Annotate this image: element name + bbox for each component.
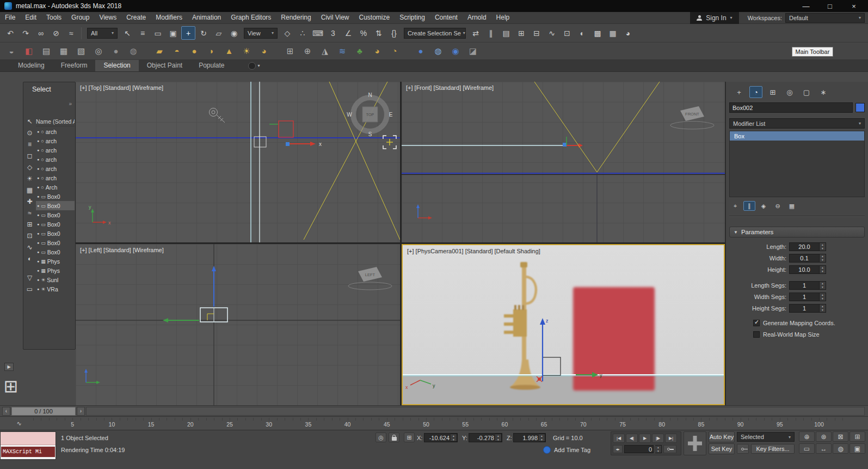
hierarchy-tab[interactable]: ⊞ [766,86,779,98]
mirror-icon[interactable]: ⇄ [469,26,483,40]
filter-shapes-icon[interactable]: ◇ [25,163,35,171]
wire-sphere-icon[interactable]: ◍ [125,45,141,58]
viewport-layout-button[interactable]: ⊞ [1,375,21,398]
scene-object-row[interactable]: ● ○ arch [36,164,75,173]
zoom-all-icon[interactable]: ⊛ [816,431,832,442]
parameter-value-field[interactable]: 0.1 [789,254,820,263]
remove-modifier-button[interactable]: ⊖ [772,201,784,211]
viewcube-compass[interactable]: TOP N E S W [347,92,392,137]
isolate-selection-toggle[interactable]: ◎ [375,433,386,442]
filter-geometry-icon[interactable]: ◻ [25,151,35,160]
named-table-icon[interactable]: ▤ [38,45,54,58]
filter-bones-icon[interactable]: ∿ [25,243,35,251]
redo-icon[interactable]: ↷ [19,26,33,40]
scene-object-row[interactable]: ● ☀ VRa [36,284,75,294]
object-name-field[interactable]: Box002 [729,102,853,113]
filter-materials-icon[interactable]: ◐ [25,254,35,263]
spinner-stepper[interactable]: ▴▾ [451,434,457,442]
sphere-add-icon[interactable]: ⊕ [299,45,316,58]
camera-ball-icon[interactable]: ◉ [447,45,464,58]
parameter-value-field[interactable]: 10.0 [789,265,820,274]
scene-object-row[interactable]: ● ☀ Sunl [36,275,75,284]
gold-ball-icon[interactable]: ◕ [256,45,272,58]
uvw-checker-icon[interactable]: ◧ [21,45,37,58]
camera-viewport-label[interactable]: [+] [PhysCamera001] [Standard] [Default … [407,248,540,254]
visibility-eye-icon[interactable]: ● [37,139,39,143]
motion-tab[interactable]: ◎ [783,86,796,98]
rectangular-selection-region-icon[interactable]: ▭ [151,26,165,40]
render-production-icon[interactable]: ◕ [621,26,635,40]
visibility-eye-icon[interactable]: ● [37,259,39,263]
macro-recorder-line[interactable] [1,432,56,445]
explorer-column-header[interactable]: Name (Sorted A [36,117,75,126]
zoom-extents-all-icon[interactable]: ⊞ [849,431,865,442]
menu-customize[interactable]: Customize [354,12,395,23]
trumpet-object[interactable] [504,262,540,390]
visibility-eye-icon[interactable]: ● [37,222,39,226]
scene-explorer-toggle-icon[interactable]: ⊞ [514,26,528,40]
tab-selection[interactable]: Selection [95,60,138,71]
left-move-gizmo[interactable] [163,266,216,322]
top-viewport-label[interactable]: [+] [Top] [Standard] [Wireframe] [80,84,163,91]
menu-rendering[interactable]: Rendering [276,12,316,23]
checkbox[interactable] [753,331,760,338]
visibility-eye-icon[interactable]: ● [37,194,39,198]
scene-object-row[interactable]: ● ▭ Box0 [36,229,75,238]
unlink-selection-icon[interactable]: ⊘ [49,26,63,40]
previous-frame-slider-button[interactable]: ‹ [2,407,10,416]
auto-key-button[interactable]: Auto Key [709,431,735,442]
gold-sphere-icon[interactable]: ● [186,45,202,58]
orbit-icon[interactable]: ◍ [833,443,848,454]
menu-group[interactable]: Group [66,12,94,23]
menu-tools[interactable]: Tools [41,12,66,23]
set-key-button[interactable]: Set Key [709,443,735,454]
schematic-view-icon[interactable]: ⊡ [560,26,574,40]
spinner-down-icon[interactable]: ▾ [822,258,823,262]
menu-file[interactable]: File [0,12,20,23]
scene-object-row[interactable]: ● ▦ Phys [36,257,75,266]
menu-animation[interactable]: Animation [187,12,226,23]
visibility-eye-icon[interactable]: ● [37,287,39,291]
parameters-rollout-header[interactable]: ▼ Parameters [729,227,865,237]
visibility-eye-icon[interactable]: ● [37,232,39,235]
spinner-stepper[interactable]: ▴ ▾ [820,242,826,251]
time-slider-track[interactable] [86,407,865,416]
filter-lights-icon[interactable]: ☀ [25,174,35,182]
show-end-result-button[interactable]: ∥ [743,201,755,211]
play-button[interactable]: ▶ [639,434,651,443]
spinner-down-icon[interactable]: ▾ [822,308,823,312]
gold-dome-icon[interactable]: ◓ [169,45,185,58]
tab-populate[interactable]: Populate [190,60,232,71]
front-move-gizmo[interactable] [563,137,583,148]
checkbox[interactable] [753,320,760,326]
zoom-icon[interactable]: ⊕ [799,431,815,442]
undo-icon[interactable]: ↶ [3,26,17,40]
maximize-viewport-toggle-icon[interactable]: ▣ [849,443,865,454]
window-crossing-icon[interactable]: ▣ [166,26,180,40]
snaps-toggle-icon[interactable]: 3 [326,26,340,40]
visibility-eye-icon[interactable]: ● [37,278,39,282]
globe-icon[interactable]: ◍ [430,45,446,58]
visibility-eye-icon[interactable]: ● [37,167,39,170]
workspaces-dropdown[interactable]: Default ▾ [785,13,865,23]
next-frame-button[interactable]: |▶ [652,434,664,443]
utilities-tab[interactable]: ∗ [817,86,830,98]
left-viewcube-grip[interactable]: LEFT [348,267,392,290]
grid-window-icon[interactable]: ▦ [56,45,72,58]
visibility-eye-icon[interactable]: ● [37,241,39,245]
spinner-down-icon[interactable]: ▾ [822,297,823,301]
spinner-stepper[interactable]: ▴ ▾ [820,304,826,313]
scene-object-row[interactable]: ● ○ arch [36,136,75,145]
key-filter-icon-button[interactable] [737,444,749,454]
zoom-region-icon[interactable]: ▭ [799,443,815,454]
left-viewport[interactable]: [+] [Left] [Standard] [Wireframe] [76,244,400,405]
tab-modeling[interactable]: Modeling [10,60,53,71]
maxscript-mini-listener[interactable]: MAXScript Mi [0,431,56,460]
folder-icon[interactable]: ▭ [25,285,35,293]
teapot-iterative-icon[interactable]: ◔ [386,45,403,58]
spinner-down-icon[interactable]: ▾ [822,270,823,273]
select-and-place-icon[interactable]: ◉ [227,26,241,40]
parameter-value-field[interactable]: 1 [789,281,820,290]
curve-editor-icon[interactable]: ∿ [545,26,559,40]
spinner-up-icon[interactable]: ▴ [822,266,823,270]
